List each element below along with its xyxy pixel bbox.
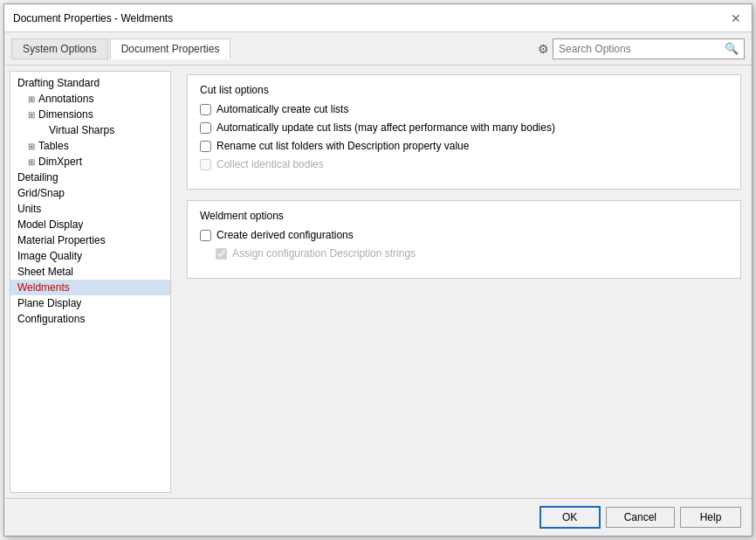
checkbox-auto-update[interactable]	[200, 122, 211, 134]
label-rename-folders[interactable]: Rename cut list folders with Description…	[216, 140, 469, 152]
sidebar-item-sheet-metal[interactable]: Sheet Metal	[10, 264, 170, 280]
sidebar-item-grid-snap[interactable]: Grid/Snap	[10, 185, 170, 201]
sidebar-item-label-configurations: Configurations	[17, 313, 85, 325]
sidebar-item-drafting-standard[interactable]: Drafting Standard	[10, 75, 170, 91]
sidebar-item-detailing[interactable]: Detailing	[10, 170, 170, 185]
label-collect-bodies: Collect identical bodies	[216, 158, 324, 170]
sidebar-item-label-drafting-standard: Drafting Standard	[17, 77, 100, 89]
sidebar-item-weldments[interactable]: Weldments	[10, 280, 170, 295]
checkbox-auto-create[interactable]	[200, 104, 211, 115]
gear-icon: ⚙	[538, 42, 549, 56]
sidebar-item-units[interactable]: Units	[10, 201, 170, 217]
checkbox-create-derived[interactable]	[200, 230, 211, 241]
expand-icon-tables: ⊞	[28, 142, 38, 151]
tab-bar: System Options Document Properties	[11, 38, 230, 59]
sidebar-item-virtual-sharps[interactable]: Virtual Sharps	[10, 122, 170, 138]
label-auto-create[interactable]: Automatically create cut lists	[216, 103, 348, 115]
option-row-collect-bodies: Collect identical bodies	[200, 158, 728, 170]
weldment-options-title: Weldment options	[200, 210, 728, 222]
sidebar-item-label-image-quality: Image Quality	[17, 250, 82, 262]
cancel-button[interactable]: Cancel	[606, 507, 675, 528]
option-row-rename-folders: Rename cut list folders with Description…	[200, 140, 728, 152]
checkbox-assign-config	[216, 248, 227, 260]
sidebar-item-dimxpert[interactable]: ⊞DimXpert	[10, 154, 170, 170]
expand-icon-annotations: ⊞	[28, 94, 38, 104]
sidebar-item-annotations[interactable]: ⊞Annotations	[10, 91, 170, 107]
window-title: Document Properties - Weldments	[13, 12, 173, 24]
ok-button[interactable]: OK	[540, 506, 601, 529]
label-create-derived[interactable]: Create derived configurations	[216, 229, 354, 241]
sidebar-item-label-sheet-metal: Sheet Metal	[17, 266, 73, 278]
sidebar-item-label-units: Units	[17, 203, 41, 215]
sidebar-item-label-model-display: Model Display	[17, 218, 83, 231]
main-panel: Cut list options Automatically create cu…	[176, 66, 752, 498]
sidebar-item-label-detailing: Detailing	[17, 171, 58, 183]
cut-list-options-title: Cut list options	[200, 84, 728, 96]
sidebar-item-label-plane-display: Plane Display	[17, 297, 81, 309]
checkbox-rename-folders[interactable]	[200, 141, 211, 152]
footer: OK Cancel Help	[4, 498, 752, 536]
expand-icon-dimensions: ⊞	[28, 110, 38, 120]
tab-system-options[interactable]: System Options	[11, 38, 108, 59]
sidebar-item-tables[interactable]: ⊞Tables	[10, 138, 170, 154]
sidebar: Drafting Standard⊞Annotations⊞Dimensions…	[10, 71, 171, 493]
title-bar: Document Properties - Weldments ✕	[4, 4, 752, 32]
label-auto-update[interactable]: Automatically update cut lists (may affe…	[216, 121, 555, 134]
sidebar-item-label-tables: Tables	[38, 140, 69, 152]
sidebar-item-model-display[interactable]: Model Display	[10, 217, 170, 232]
sidebar-item-configurations[interactable]: Configurations	[10, 311, 170, 327]
search-icon: 🔍	[725, 42, 739, 55]
search-input[interactable]	[559, 43, 721, 55]
sidebar-item-plane-display[interactable]: Plane Display	[10, 295, 170, 311]
option-row-assign-config: Assign configuration Description strings	[200, 247, 728, 260]
toolbar: System Options Document Properties ⚙ 🔍	[4, 32, 752, 66]
sidebar-item-label-dimxpert: DimXpert	[38, 156, 82, 168]
option-row-auto-update: Automatically update cut lists (may affe…	[200, 121, 728, 134]
label-assign-config: Assign configuration Description strings	[232, 247, 416, 260]
weldment-options-group: Weldment options Create derived configur…	[187, 200, 741, 279]
sidebar-item-label-grid-snap: Grid/Snap	[17, 187, 65, 199]
checkbox-collect-bodies	[200, 159, 211, 170]
tab-document-properties[interactable]: Document Properties	[110, 38, 231, 59]
expand-icon-dimxpert: ⊞	[28, 157, 38, 167]
close-button[interactable]: ✕	[729, 11, 743, 25]
sidebar-item-label-annotations: Annotations	[38, 93, 93, 105]
sidebar-item-label-dimensions: Dimensions	[38, 108, 93, 121]
sidebar-item-material-properties[interactable]: Material Properties	[10, 232, 170, 248]
sidebar-item-dimensions[interactable]: ⊞Dimensions	[10, 107, 170, 122]
sidebar-item-image-quality[interactable]: Image Quality	[10, 248, 170, 264]
help-button[interactable]: Help	[680, 507, 741, 528]
cut-list-options-group: Cut list options Automatically create cu…	[187, 74, 741, 190]
content-area: Drafting Standard⊞Annotations⊞Dimensions…	[4, 66, 752, 498]
search-box: 🔍	[553, 38, 745, 59]
main-window: Document Properties - Weldments ✕ System…	[3, 3, 753, 537]
option-row-create-derived: Create derived configurations	[200, 229, 728, 241]
option-row-auto-create: Automatically create cut lists	[200, 103, 728, 115]
sidebar-item-label-virtual-sharps: Virtual Sharps	[49, 124, 114, 136]
sidebar-item-label-material-properties: Material Properties	[17, 234, 106, 246]
sidebar-item-label-weldments: Weldments	[17, 281, 70, 294]
